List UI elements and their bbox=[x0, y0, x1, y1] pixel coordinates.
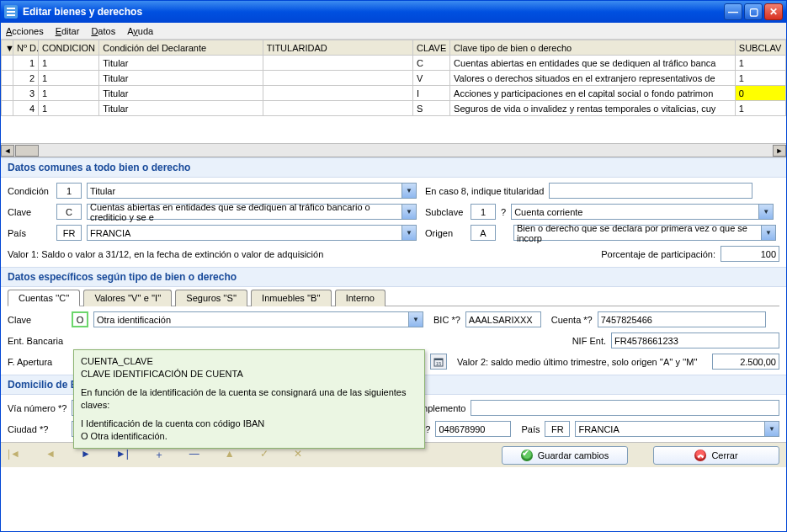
table-row[interactable]: 11TitularCCuentas abiertas en entidades … bbox=[2, 56, 786, 71]
col-subclave[interactable]: SUBCLAV bbox=[735, 40, 785, 56]
power-icon bbox=[694, 450, 706, 461]
titlebar: Editar bienes y derechos — ▢ ✕ bbox=[1, 1, 786, 23]
condicion-code-input[interactable] bbox=[56, 183, 82, 199]
cerrar-button[interactable]: Cerrar bbox=[653, 446, 779, 465]
tab-seguros-s[interactable]: Seguros ''S'' bbox=[175, 290, 247, 306]
menu-editar[interactable]: Editar bbox=[56, 26, 80, 36]
label-pais: País bbox=[8, 228, 51, 238]
svg-rect-1 bbox=[7, 11, 15, 13]
label-nif-ent: NIF Ent. bbox=[572, 336, 606, 346]
label-via: Vía número *? bbox=[8, 403, 66, 413]
cuenta-clave-combo[interactable]: Otra identificación▼ bbox=[93, 311, 423, 327]
help-icon[interactable]: ? bbox=[501, 207, 506, 217]
col-condicion[interactable]: CONDICION bbox=[39, 40, 99, 56]
col-titularidad[interactable]: TITULARIDAD bbox=[263, 40, 412, 56]
cuenta-clave-code-input[interactable] bbox=[72, 311, 88, 327]
section-datos-comunes: Condición Titular▼ En caso 8, indique ti… bbox=[1, 178, 786, 267]
label-cuenta: Cuenta *? bbox=[551, 315, 593, 325]
subclave-code-input[interactable] bbox=[471, 204, 496, 220]
pais-code-input[interactable] bbox=[56, 225, 82, 241]
col-marker[interactable]: ▼ bbox=[2, 40, 13, 56]
app-icon bbox=[4, 5, 18, 19]
label-clave: Clave bbox=[8, 207, 51, 217]
dropdown-icon[interactable]: ▼ bbox=[408, 312, 423, 327]
menu-acciones[interactable]: Acciones bbox=[6, 26, 44, 36]
nav-edit-icon[interactable]: ▲ bbox=[225, 448, 235, 462]
dropdown-icon[interactable]: ▼ bbox=[401, 205, 416, 219]
tab-cuentas-c[interactable]: Cuentas ''C'' bbox=[8, 290, 80, 306]
origen-combo[interactable]: Bien o derecho que se declara por primer… bbox=[513, 225, 776, 241]
tab-interno[interactable]: Interno bbox=[335, 290, 386, 306]
nav-prev-icon[interactable]: ◄ bbox=[45, 448, 56, 462]
dropdown-icon[interactable]: ▼ bbox=[764, 422, 779, 436]
pais-dom-code-input[interactable] bbox=[545, 421, 570, 437]
label-ent-bancaria: Ent. Bancaria bbox=[8, 336, 66, 346]
date-picker-button[interactable]: 15 bbox=[430, 354, 447, 370]
svg-rect-0 bbox=[7, 8, 15, 9]
scroll-left-icon[interactable]: ◄ bbox=[1, 145, 14, 157]
clave-code-input[interactable] bbox=[56, 204, 82, 220]
section-datos-especificos-header: Datos específicos según tipo de bien o d… bbox=[1, 267, 786, 287]
nav-first-icon[interactable]: |◄ bbox=[8, 448, 20, 462]
label-valor1: Valor 1: Saldo o valor a 31/12, en la fe… bbox=[8, 249, 323, 259]
scroll-thumb[interactable] bbox=[15, 145, 39, 157]
table-row[interactable]: 31TitularIAcciones y participaciones en … bbox=[2, 86, 786, 101]
pais-combo[interactable]: FRANCIA▼ bbox=[87, 225, 417, 241]
nav-confirm-icon[interactable]: ✓ bbox=[260, 448, 269, 462]
dropdown-icon[interactable]: ▼ bbox=[401, 226, 416, 240]
data-grid[interactable]: ▼ Nº D. CONDICION Condición del Declaran… bbox=[1, 40, 786, 157]
label-subclave: Subclave bbox=[425, 207, 465, 217]
label-ciudad: Ciudad *? bbox=[8, 424, 66, 434]
dropdown-icon[interactable]: ▼ bbox=[758, 205, 773, 219]
label-cuenta-clave: Clave bbox=[8, 315, 66, 325]
col-clave-desc[interactable]: Clave tipo de bien o derecho bbox=[450, 40, 736, 56]
clave-combo[interactable]: Cuentas abiertas en entidades que se ded… bbox=[87, 204, 417, 220]
menu-ayuda[interactable]: Ayuda bbox=[127, 26, 153, 36]
menu-datos[interactable]: Datos bbox=[91, 26, 115, 36]
label-pais-dom: País bbox=[521, 424, 540, 434]
porcentaje-input[interactable] bbox=[721, 246, 779, 262]
origen-code-input[interactable] bbox=[471, 225, 496, 241]
table-row[interactable]: 41TitularSSeguros de vida o invalidez y … bbox=[2, 101, 786, 116]
save-icon bbox=[521, 450, 533, 461]
nav-next-icon[interactable]: ► bbox=[81, 448, 91, 462]
label-condicion: Condición bbox=[8, 186, 51, 196]
minimize-button[interactable]: — bbox=[724, 3, 742, 20]
nav-last-icon[interactable]: ►| bbox=[116, 448, 129, 462]
nav-add-icon[interactable]: ＋ bbox=[154, 448, 164, 462]
label-caso8: En caso 8, indique titularidad bbox=[425, 186, 544, 196]
nav-cancel-icon[interactable]: ✕ bbox=[294, 448, 302, 462]
col-nd[interactable]: Nº D. bbox=[13, 40, 39, 56]
bic-input[interactable] bbox=[465, 311, 541, 327]
dropdown-icon[interactable]: ▼ bbox=[761, 226, 775, 240]
subclave-combo[interactable]: Cuenta corriente▼ bbox=[511, 204, 774, 220]
grid-header-row: ▼ Nº D. CONDICION Condición del Declaran… bbox=[2, 40, 786, 56]
condicion-combo[interactable]: Titular▼ bbox=[87, 183, 417, 199]
cpostal-input[interactable] bbox=[435, 421, 511, 437]
col-clave[interactable]: CLAVE bbox=[413, 40, 450, 56]
nav-remove-icon[interactable]: — bbox=[189, 448, 199, 462]
close-button[interactable]: ✕ bbox=[764, 3, 783, 20]
valor2-input[interactable] bbox=[712, 354, 779, 370]
window-title: Editar bienes y derechos bbox=[23, 6, 724, 18]
tab-valores-v-i[interactable]: Valores ''V'' e ''I'' bbox=[83, 290, 172, 306]
dropdown-icon[interactable]: ▼ bbox=[401, 184, 416, 198]
complemento-input[interactable] bbox=[471, 400, 779, 416]
tab-inmuebles-b[interactable]: Inmuebles ''B'' bbox=[251, 290, 332, 306]
nif-ent-input[interactable] bbox=[611, 332, 779, 348]
guardar-button[interactable]: Guardar cambios bbox=[502, 446, 628, 465]
cuenta-input[interactable] bbox=[598, 311, 766, 327]
maximize-button[interactable]: ▢ bbox=[744, 3, 763, 20]
svg-text:15: 15 bbox=[436, 361, 442, 366]
grid-horizontal-scrollbar[interactable]: ◄ ► bbox=[1, 143, 786, 157]
nav-icons: |◄ ◄ ► ►| ＋ — ▲ ✓ ✕ bbox=[8, 448, 302, 462]
caso8-input[interactable] bbox=[549, 183, 752, 199]
svg-rect-2 bbox=[7, 14, 15, 16]
window-frame: Editar bienes y derechos — ▢ ✕ Acciones … bbox=[0, 0, 787, 532]
col-cond-declarante[interactable]: Condición del Declarante bbox=[99, 40, 263, 56]
pais-dom-combo[interactable]: FRANCIA▼ bbox=[575, 421, 779, 437]
label-f-apertura: F. Apertura bbox=[8, 357, 66, 367]
table-row[interactable]: 21TitularVValores o derechos situados en… bbox=[2, 71, 786, 86]
scroll-right-icon[interactable]: ► bbox=[773, 145, 786, 157]
tooltip-cuenta-clave: CUENTA_CLAVE CLAVE IDENTIFICACIÓN DE CUE… bbox=[73, 349, 425, 449]
